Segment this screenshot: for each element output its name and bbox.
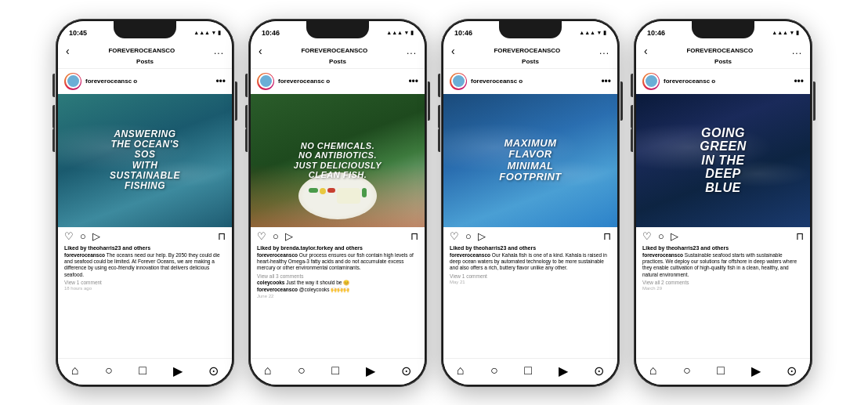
liked-by: Liked by theoharris23 and others xyxy=(450,245,611,251)
action-bar: ♡ ○ ▷ ⊓ xyxy=(636,227,810,245)
more-options-button[interactable]: ... xyxy=(792,45,802,56)
post-header-left: foreveroceansc o xyxy=(64,73,137,90)
like-button[interactable]: ♡ xyxy=(257,230,266,242)
view-comments[interactable]: View 1 comment xyxy=(64,280,226,285)
action-bar: ♡ ○ ▷ ⊓ xyxy=(443,227,617,245)
back-button[interactable]: ‹ xyxy=(66,45,70,57)
back-button[interactable]: ‹ xyxy=(644,45,648,57)
nav-reels[interactable]: ▶ xyxy=(366,363,375,378)
phone-screen: 10:46 ▲▲▲ ▾ ▮ ‹ FOREVEROCEANSCO ... Post… xyxy=(636,21,810,385)
post-caption: foreveroceansco Sustainable seafood star… xyxy=(642,252,804,279)
avatar xyxy=(64,73,81,90)
share-button[interactable]: ▷ xyxy=(285,230,293,242)
nav-profile[interactable]: ⊙ xyxy=(594,363,604,378)
back-button[interactable]: ‹ xyxy=(451,45,455,57)
comment-button[interactable]: ○ xyxy=(658,230,664,242)
post-username[interactable]: foreveroceansc o xyxy=(85,78,137,85)
nav-home[interactable]: ⌂ xyxy=(71,363,79,378)
post-header: foreveroceansc o ••• xyxy=(58,69,232,94)
feed-scroll[interactable]: foreveroceansc o ••• MAXIMUMFLAVORMINIMA… xyxy=(443,69,617,358)
share-button[interactable]: ▷ xyxy=(92,230,100,242)
post-username[interactable]: foreveroceansc o xyxy=(278,78,330,85)
battery-icon: ▮ xyxy=(218,30,221,36)
nav-home[interactable]: ⌂ xyxy=(264,363,272,378)
post-image-text: ANSWERINGTHE OCEAN'SSOSWITHSUSTAINABLEFI… xyxy=(102,121,188,199)
profile-username-top: FOREVEROCEANSCO xyxy=(301,47,367,54)
comment-button[interactable]: ○ xyxy=(465,230,472,242)
feed-scroll[interactable]: foreveroceansc o ••• ANSWERINGTHE OCEAN'… xyxy=(58,69,232,358)
nav-search[interactable]: ○ xyxy=(683,363,691,378)
phone-notch xyxy=(114,21,176,38)
status-time: 10:46 xyxy=(262,29,280,37)
phone-notch xyxy=(692,21,754,38)
nav-reels[interactable]: ▶ xyxy=(559,363,568,378)
wifi-icon: ▾ xyxy=(405,30,408,36)
view-comments[interactable]: View all 2 comments xyxy=(642,280,804,285)
nav-reels[interactable]: ▶ xyxy=(173,363,183,378)
like-button[interactable]: ♡ xyxy=(64,230,74,242)
like-button[interactable]: ♡ xyxy=(450,230,459,242)
bottom-nav: ⌂ ○ □ ▶ ⊙ xyxy=(58,358,232,385)
like-button[interactable]: ♡ xyxy=(642,230,652,242)
feed-scroll[interactable]: foreveroceansc o ••• GOINGGREENIN THEDEE… xyxy=(636,69,810,358)
post-username[interactable]: foreveroceansc o xyxy=(664,78,715,85)
bookmark-button[interactable]: ⊓ xyxy=(796,230,804,242)
phone-2: 10:46 ▲▲▲ ▾ ▮ ‹ FOREVEROCEANSCO ... Post… xyxy=(248,19,427,387)
profile-username-top: FOREVEROCEANSCO xyxy=(686,47,753,54)
status-time: 10:46 xyxy=(454,29,472,37)
battery-icon: ▮ xyxy=(410,30,414,36)
ig-header: ‹ FOREVEROCEANSCO ... Posts xyxy=(636,42,810,69)
comment-button[interactable]: ○ xyxy=(80,230,86,242)
bookmark-button[interactable]: ⊓ xyxy=(410,230,418,242)
nav-profile[interactable]: ⊙ xyxy=(401,363,411,378)
phone-4: 10:46 ▲▲▲ ▾ ▮ ‹ FOREVEROCEANSCO ... Post… xyxy=(634,19,812,387)
nav-profile[interactable]: ⊙ xyxy=(787,363,797,378)
nav-home[interactable]: ⌂ xyxy=(457,363,465,378)
post-more-button[interactable]: ••• xyxy=(794,76,804,87)
ig-nav: ‹ FOREVEROCEANSCO ... xyxy=(451,45,609,57)
post-more-button[interactable]: ••• xyxy=(408,76,418,87)
more-options-button[interactable]: ... xyxy=(407,45,417,56)
nav-search[interactable]: ○ xyxy=(490,363,498,378)
nav-create[interactable]: □ xyxy=(524,363,532,378)
post-header-left: foreveroceansc o xyxy=(257,73,330,90)
view-comments[interactable]: View all 3 comments xyxy=(257,273,418,279)
post-more-button[interactable]: ••• xyxy=(215,76,226,87)
nav-search[interactable]: ○ xyxy=(105,363,113,378)
nav-reels[interactable]: ▶ xyxy=(751,363,761,378)
wifi-icon: ▾ xyxy=(598,30,601,36)
bottom-nav: ⌂ ○ □ ▶ ⊙ xyxy=(443,358,617,385)
view-comments[interactable]: View 1 comment xyxy=(450,273,611,279)
bookmark-button[interactable]: ⊓ xyxy=(218,230,226,242)
post-content: Liked by theoharris23 and others forever… xyxy=(636,245,810,295)
more-options-button[interactable]: ... xyxy=(214,45,224,56)
nav-create[interactable]: □ xyxy=(139,363,146,378)
battery-icon: ▮ xyxy=(796,30,799,36)
comment-button[interactable]: ○ xyxy=(273,230,279,242)
feed-scroll[interactable]: foreveroceansc o ••• NO CHEMICAL xyxy=(251,69,425,358)
share-button[interactable]: ▷ xyxy=(671,230,678,242)
nav-create[interactable]: □ xyxy=(717,363,725,378)
liked-by: Liked by theoharris23 and others xyxy=(642,245,804,251)
action-icons-group: ♡ ○ ▷ xyxy=(257,230,293,242)
more-options-button[interactable]: ... xyxy=(599,45,609,56)
bottom-nav: ⌂ ○ □ ▶ ⊙ xyxy=(251,358,425,385)
nav-create[interactable]: □ xyxy=(331,363,339,378)
post-header-left: foreveroceansc o xyxy=(450,73,523,90)
ig-header: ‹ FOREVEROCEANSCO ... Posts xyxy=(58,42,232,69)
action-icons-group: ♡ ○ ▷ xyxy=(64,230,100,242)
bookmark-button[interactable]: ⊓ xyxy=(603,230,611,242)
bottom-nav: ⌂ ○ □ ▶ ⊙ xyxy=(636,358,810,385)
post-image-text: GOINGGREENIN THEDEEPBLUE xyxy=(692,118,754,203)
signal-icon: ▲▲▲ xyxy=(579,30,595,35)
share-button[interactable]: ▷ xyxy=(478,230,486,242)
nav-profile[interactable]: ⊙ xyxy=(208,363,219,378)
ig-header: ‹ FOREVEROCEANSCO ... Posts xyxy=(443,42,617,69)
signal-icon: ▲▲▲ xyxy=(193,30,210,35)
post-username[interactable]: foreveroceansc o xyxy=(471,78,523,85)
nav-search[interactable]: ○ xyxy=(298,363,306,378)
post-more-button[interactable]: ••• xyxy=(601,76,611,87)
back-button[interactable]: ‹ xyxy=(259,45,262,57)
nav-home[interactable]: ⌂ xyxy=(649,363,657,378)
wifi-icon: ▾ xyxy=(790,30,794,36)
